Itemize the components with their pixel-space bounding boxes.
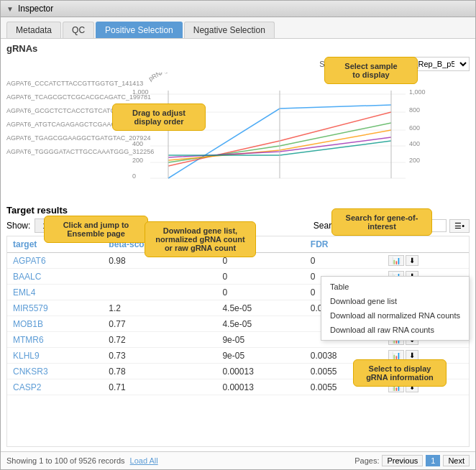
chart-area: Samples K562_311cas9_Rep_B_p5, r. AGPAT6… xyxy=(6,57,470,201)
table-row: CASP20.710.000130.0055📊⬇ xyxy=(7,379,469,395)
beta-score-cell: 1.2 xyxy=(103,300,216,316)
p-value-cell: 0.00013 xyxy=(216,379,304,395)
beta-score-cell xyxy=(103,269,216,285)
controls-row: Show: 100 Search: ☰• xyxy=(6,218,470,233)
svg-text:400: 400 xyxy=(409,140,420,147)
results-table-container: target beta-score p-value FDR AGPAT60.98… xyxy=(6,236,470,447)
beta-score-cell: 0.78 xyxy=(103,364,216,379)
tab-metadata[interactable]: Metadata xyxy=(6,22,61,38)
target-cell[interactable]: CASP2 xyxy=(7,379,103,395)
tab-positive-selection[interactable]: Positive Selection xyxy=(96,22,183,38)
svg-text:800: 800 xyxy=(132,106,143,114)
beta-score-cell: 0.77 xyxy=(103,316,216,332)
target-results: Target results Show: 100 Search: ☰• xyxy=(6,205,470,447)
chart-svg-container: AGPAT6_CCCATCTTACCGTTGGTGT_141413 AGPAT6… xyxy=(6,73,470,195)
action-cell: 📊⬇ xyxy=(383,379,469,395)
svg-text:200: 200 xyxy=(132,157,143,164)
p-value-cell: 9e-05 xyxy=(216,348,304,364)
dropdown-item-download-raw[interactable]: Download all raw RNA counts xyxy=(321,323,469,337)
menu-button[interactable]: ☰• xyxy=(449,219,470,233)
current-page: 1 xyxy=(426,455,440,466)
target-cell[interactable]: MOB1B xyxy=(7,316,103,332)
fdr-cell: 0 xyxy=(305,253,383,269)
title-bar: ▼ Inspector xyxy=(1,1,475,17)
beta-score-cell: 0.73 xyxy=(103,348,216,364)
search-input[interactable] xyxy=(346,219,447,232)
col-p-value[interactable]: p-value xyxy=(216,236,304,253)
chart-btn[interactable]: 📊 xyxy=(388,382,404,392)
table-row: AGPAT60.9800📊⬇ xyxy=(7,253,469,269)
svg-text:0: 0 xyxy=(132,172,136,180)
download-btn[interactable]: ⬇ xyxy=(406,255,418,266)
footer: Showing 1 to 100 of 9526 records Load Al… xyxy=(1,451,475,469)
chart-svg: pRNA_p4/pRep200_12R... K562_311cas9_Rep_… xyxy=(129,73,475,184)
beta-score-cell: 0.72 xyxy=(103,332,216,348)
target-cell[interactable]: MTMR6 xyxy=(7,332,103,348)
load-all-link[interactable]: Load All xyxy=(130,456,158,465)
p-value-cell: 0 xyxy=(216,285,304,300)
fdr-cell: 0.0055 xyxy=(305,364,383,379)
footer-text: Showing 1 to 100 of 9526 records Load Al… xyxy=(6,456,158,465)
p-value-cell: 4.5e-05 xyxy=(216,300,304,316)
tab-bar: Metadata QC Positive Selection Negative … xyxy=(1,17,475,39)
svg-text:1,000: 1,000 xyxy=(132,88,149,96)
samples-select[interactable]: K562_311cas9_Rep_B_p5, r. xyxy=(354,57,470,71)
p-value-cell: 0 xyxy=(216,269,304,285)
show-select[interactable]: 100 xyxy=(35,218,85,233)
show-row: Show: 100 xyxy=(6,218,85,233)
col-actions xyxy=(383,236,469,253)
p-value-cell: 4.5e-05 xyxy=(216,316,304,332)
action-cell: 📊⬇ xyxy=(383,364,469,379)
target-cell[interactable]: BAALC xyxy=(7,269,103,285)
search-label: Search: xyxy=(313,221,343,231)
col-beta-score[interactable]: beta-score xyxy=(103,236,216,253)
dropdown-item-table[interactable]: Table xyxy=(321,280,469,294)
target-cell[interactable]: KLHL9 xyxy=(7,348,103,364)
samples-row: Samples K562_311cas9_Rep_B_p5, r. xyxy=(6,57,470,71)
grnas-title: gRNAs xyxy=(6,43,470,54)
svg-text:pRNA_p4/pRep200_12R...: pRNA_p4/pRep200_12R... xyxy=(147,73,218,83)
col-target[interactable]: target xyxy=(7,236,103,253)
svg-text:800: 800 xyxy=(409,106,420,114)
main-content: gRNAs Samples K562_311cas9_Rep_B_p5, r. … xyxy=(1,39,475,451)
dropdown-item-download-normalized[interactable]: Download all normalized RNA counts xyxy=(321,308,469,323)
svg-text:1,000: 1,000 xyxy=(409,88,426,96)
search-row: Search: ☰• xyxy=(313,219,470,233)
next-button[interactable]: Next xyxy=(443,455,470,466)
target-cell[interactable]: CNKSR3 xyxy=(7,364,103,379)
download-btn[interactable]: ⬇ xyxy=(406,366,418,377)
download-btn[interactable]: ⬇ xyxy=(406,382,418,392)
target-cell[interactable]: AGPAT6 xyxy=(7,253,103,269)
fdr-cell: 0.0055 xyxy=(305,379,383,395)
fdr-cell: 0.0038 xyxy=(305,348,383,364)
beta-score-cell: 0.71 xyxy=(103,379,216,395)
dropdown-item-download-gene[interactable]: Download gene list xyxy=(321,294,469,308)
chart-btn[interactable]: 📊 xyxy=(388,350,404,361)
showing-text: Showing 1 to 100 of 9526 records xyxy=(6,456,125,465)
svg-text:600: 600 xyxy=(132,124,143,132)
action-cell: 📊⬇ xyxy=(383,348,469,364)
chart-btn[interactable]: 📊 xyxy=(388,366,404,377)
tab-negative-selection[interactable]: Negative Selection xyxy=(184,22,275,38)
action-cell: 📊⬇ xyxy=(383,253,469,269)
svg-text:200: 200 xyxy=(409,157,420,164)
target-cell[interactable]: EML4 xyxy=(7,285,103,300)
beta-score-cell xyxy=(103,285,216,300)
col-fdr[interactable]: FDR xyxy=(305,236,383,253)
table-row: CNKSR30.780.000130.0055📊⬇ xyxy=(7,364,469,379)
chart-btn[interactable]: 📊 xyxy=(388,255,404,266)
samples-label: Samples xyxy=(319,60,350,68)
p-value-cell: 0 xyxy=(216,253,304,269)
pages-label: Pages: xyxy=(354,456,379,465)
p-value-cell: 9e-05 xyxy=(216,332,304,348)
prev-button[interactable]: Previous xyxy=(382,455,423,466)
svg-text:600: 600 xyxy=(409,124,420,132)
window-title: Inspector xyxy=(18,4,53,14)
svg-text:400: 400 xyxy=(132,140,143,147)
title-bar-triangle: ▼ xyxy=(6,5,14,13)
tab-qc[interactable]: QC xyxy=(63,22,94,38)
svg-text:K562_311cas9_Rep_B...: K562_311cas9_Rep_B... xyxy=(327,73,393,83)
p-value-cell: 0.00013 xyxy=(216,364,304,379)
download-btn[interactable]: ⬇ xyxy=(406,350,418,361)
target-cell[interactable]: MIR5579 xyxy=(7,300,103,316)
